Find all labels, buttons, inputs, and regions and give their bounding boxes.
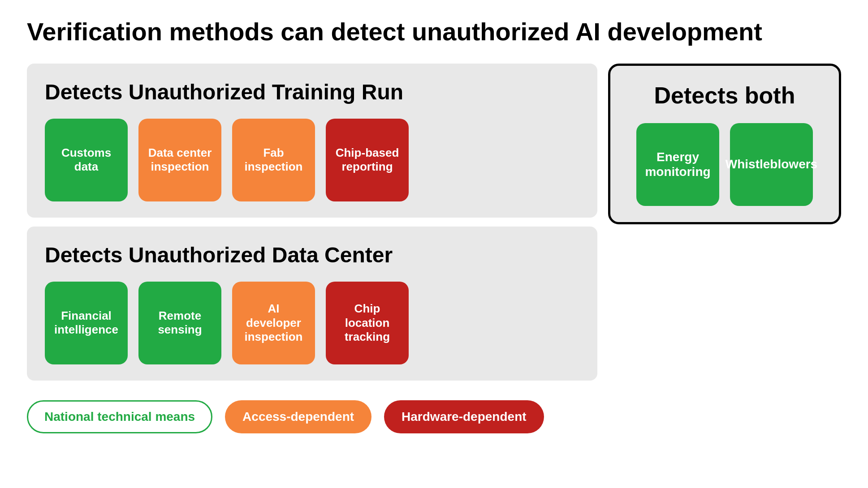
training-panel: Detects Unauthorized Training Run Custom… — [27, 64, 597, 218]
detects-both-box: Detects both Energy monitoring Whistlebl… — [608, 64, 841, 224]
card-remote-sensing: Remote sensing — [138, 282, 221, 364]
legend-hardware-dependent: Hardware-dependent — [384, 400, 544, 433]
card-chip-based-reporting: Chip-based reporting — [326, 119, 409, 201]
card-whistleblowers: Whistleblowers — [730, 123, 813, 206]
datacenter-panel: Detects Unauthorized Data Center Financi… — [27, 227, 597, 381]
legend-national-technical-means: National technical means — [27, 400, 212, 433]
datacenter-cards-row: Financial intelligence Remote sensing AI… — [45, 282, 579, 364]
left-panels: Detects Unauthorized Training Run Custom… — [27, 64, 597, 381]
page-title: Verification methods can detect unauthor… — [27, 18, 841, 46]
detects-both-cards: Energy monitoring Whistleblowers — [628, 123, 821, 206]
training-cards-row: Customs data Data center inspection Fab … — [45, 119, 579, 201]
detects-both-title: Detects both — [628, 82, 821, 109]
card-customs-data: Customs data — [45, 119, 128, 201]
card-energy-monitoring: Energy monitoring — [636, 123, 719, 206]
legend-access-dependent: Access-dependent — [225, 400, 371, 433]
card-chip-location-tracking: Chip location tracking — [326, 282, 409, 364]
legend: National technical means Access-dependen… — [27, 400, 841, 433]
card-data-center-inspection: Data center inspection — [138, 119, 221, 201]
main-layout: Detects Unauthorized Training Run Custom… — [27, 64, 841, 381]
card-ai-developer-inspection: AI developer inspection — [232, 282, 315, 364]
datacenter-panel-title: Detects Unauthorized Data Center — [45, 243, 579, 267]
card-financial-intelligence: Financial intelligence — [45, 282, 128, 364]
card-fab-inspection: Fab inspection — [232, 119, 315, 201]
training-panel-title: Detects Unauthorized Training Run — [45, 80, 579, 104]
